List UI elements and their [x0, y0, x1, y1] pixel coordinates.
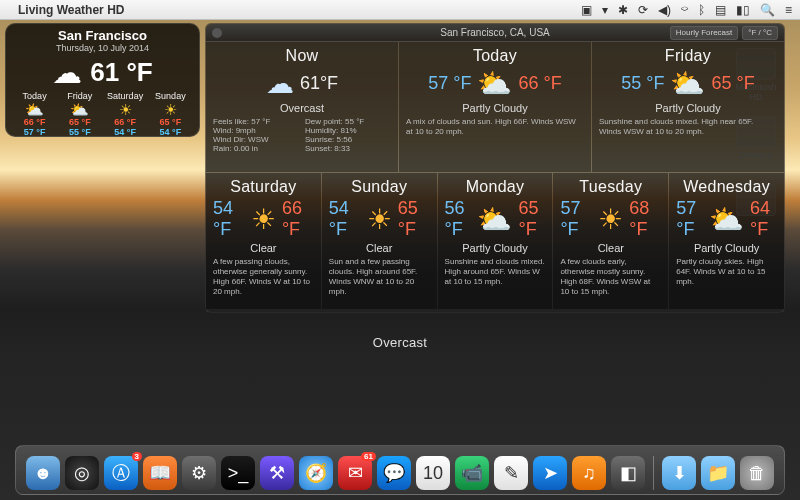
widget-day-lo: 55 °F: [57, 127, 102, 137]
spotlight-icon[interactable]: 🔍: [760, 3, 775, 17]
tile-lo-temp: 54 °F: [213, 198, 245, 240]
forecast-tile-fri: Friday 55 °F ⛅ 65 °F Partly Cloudy Sunsh…: [592, 42, 784, 172]
badge: 61: [361, 452, 376, 461]
forecast-tile-tue: Tuesday 57 °F ☀ 68 °F Clear A few clouds…: [553, 173, 668, 309]
airplay-icon[interactable]: ▣: [581, 3, 592, 17]
safari-icon: 🧭: [305, 462, 327, 484]
dock-xcode[interactable]: ⚒: [260, 456, 294, 490]
dock-terminal[interactable]: >_: [221, 456, 255, 490]
window-titlebar[interactable]: San Francisco, CA, USA Hourly Forecast °…: [206, 24, 784, 42]
widget-day-lo: 54 °F: [103, 127, 148, 137]
detail-dew: Dew point: 55 °F: [305, 117, 391, 126]
dock-ibooks[interactable]: 📖: [143, 456, 177, 490]
bluetooth-icon[interactable]: ᛒ: [698, 3, 705, 17]
tile-condition: Partly Cloudy: [599, 102, 777, 114]
partly-sunny-icon: ⛅: [477, 67, 512, 100]
tile-condition: Partly Cloudy: [406, 102, 584, 114]
tile-condition: Partly Cloudy: [676, 242, 777, 254]
dock-launchpad[interactable]: ◎: [65, 456, 99, 490]
detail-humidity: Humidity: 81%: [305, 126, 391, 135]
tile-lo-temp: 57 °F: [676, 198, 703, 240]
partly-sunny-icon: ⛅: [12, 102, 57, 117]
forecast-tile-wed: Wednesday 57 °F ⛅ 64 °F Partly Cloudy Pa…: [669, 173, 784, 309]
tile-description: A few clouds early, otherwise mostly sun…: [560, 257, 661, 297]
sunny-icon: ☀: [251, 203, 276, 236]
forecast-window: San Francisco, CA, USA Hourly Forecast °…: [205, 23, 785, 313]
sunny-icon: ☀: [367, 203, 392, 236]
dock-systemprefs[interactable]: ⚙: [182, 456, 216, 490]
wifi-icon[interactable]: ⌔: [681, 3, 688, 17]
tile-hi-temp: 64 °F: [750, 198, 777, 240]
widget-location: San Francisco: [12, 28, 193, 43]
detail-feels: Feels like: 57 °F: [213, 117, 299, 126]
tile-title: Monday: [445, 178, 546, 196]
maps-icon: ➤: [543, 462, 558, 484]
volume-icon[interactable]: ◀): [658, 3, 671, 17]
launchpad-icon: ◎: [74, 462, 90, 484]
notifications-icon[interactable]: ≡: [785, 3, 792, 17]
dock-finder[interactable]: ☻: [26, 456, 60, 490]
weather-widget[interactable]: San Francisco Thursday, 10 July 2014 ☁ 6…: [5, 23, 200, 137]
hourly-forecast-button[interactable]: Hourly Forecast: [670, 26, 738, 40]
dock-messages[interactable]: 💬: [377, 456, 411, 490]
forecast-tile-mon: Monday 56 °F ⛅ 65 °F Partly Cloudy Sunsh…: [438, 173, 553, 309]
detail-sunrise: Sunrise: 5:56: [305, 135, 391, 144]
widget-day: Saturday ☀ 66 °F 54 °F: [103, 91, 148, 137]
dock-app[interactable]: ◧: [611, 456, 645, 490]
widget-day-hi: 65 °F: [148, 117, 193, 127]
partly-sunny-icon: ⛅: [477, 203, 512, 236]
widget-day-name: Friday: [57, 91, 102, 101]
widget-day-name: Saturday: [103, 91, 148, 101]
widget-day-name: Today: [12, 91, 57, 101]
ibooks-icon: 📖: [149, 462, 171, 484]
tile-title: Sunday: [329, 178, 430, 196]
tile-description: Sunshine and clouds mixed. High around 6…: [445, 257, 546, 287]
dock-mail[interactable]: ✉61: [338, 456, 372, 490]
tile-condition: Partly Cloudy: [445, 242, 546, 254]
partly-sunny-icon: ⛅: [670, 67, 705, 100]
detail-sunset: Sunset: 8:33: [305, 144, 391, 153]
evernote-icon[interactable]: ✱: [618, 3, 628, 17]
tile-description: A few passing clouds, otherwise generall…: [213, 257, 314, 297]
dock-notes[interactable]: ✎: [494, 456, 528, 490]
unit-toggle-button[interactable]: °F / °C: [742, 26, 778, 40]
tile-hi-temp: 68 °F: [629, 198, 661, 240]
dock-folder[interactable]: 📁: [701, 456, 735, 490]
sunny-icon: ☀: [103, 102, 148, 117]
tile-hi-temp: 66 °F: [518, 73, 561, 94]
app-menu-title[interactable]: Living Weather HD: [18, 3, 124, 17]
dropdown-icon[interactable]: ▾: [602, 3, 608, 17]
partly-sunny-icon: ⛅: [709, 203, 744, 236]
menubar: Living Weather HD ▣ ▾ ✱ ⟳ ◀) ⌔ ᛒ ▤ ▮▯ 🔍 …: [0, 0, 800, 20]
tile-title: Saturday: [213, 178, 314, 196]
forecast-tile-now: Now ☁ 61°F Overcast Feels like: 57 °F De…: [206, 42, 398, 172]
dock-trash[interactable]: 🗑: [740, 456, 774, 490]
sunny-icon: ☀: [598, 203, 623, 236]
sunny-icon: ☀: [148, 102, 193, 117]
flag-icon[interactable]: ▤: [715, 3, 726, 17]
dock-downloads[interactable]: ⬇: [662, 456, 696, 490]
tile-description: A mix of clouds and sun. High 66F. Winds…: [406, 117, 584, 137]
widget-day-lo: 54 °F: [148, 127, 193, 137]
dock-calendar[interactable]: 10: [416, 456, 450, 490]
notes-icon: ✎: [504, 462, 519, 484]
dock: ☻◎Ⓐ3📖⚙>_⚒🧭✉61💬10📹✎➤♫◧⬇📁🗑: [15, 445, 785, 495]
tile-lo-temp: 56 °F: [445, 198, 472, 240]
dock-appstore[interactable]: Ⓐ3: [104, 456, 138, 490]
folder-icon: 📁: [707, 462, 729, 484]
sync-icon[interactable]: ⟳: [638, 3, 648, 17]
trash-icon: 🗑: [748, 463, 766, 484]
cloud-day-icon: ☁: [266, 67, 294, 100]
dock-itunes[interactable]: ♫: [572, 456, 606, 490]
mail-icon: ✉: [348, 462, 363, 484]
dock-safari[interactable]: 🧭: [299, 456, 333, 490]
widget-day: Sunday ☀ 65 °F 54 °F: [148, 91, 193, 137]
app-icon: ◧: [620, 462, 637, 484]
tile-hi-temp: 66 °F: [282, 198, 314, 240]
battery-icon[interactable]: ▮▯: [736, 3, 750, 17]
widget-day: Friday ⛅ 65 °F 55 °F: [57, 91, 102, 137]
dock-facetime[interactable]: 📹: [455, 456, 489, 490]
dock-maps[interactable]: ➤: [533, 456, 567, 490]
itunes-icon: ♫: [582, 463, 596, 484]
tile-lo-temp: 57 °F: [560, 198, 592, 240]
